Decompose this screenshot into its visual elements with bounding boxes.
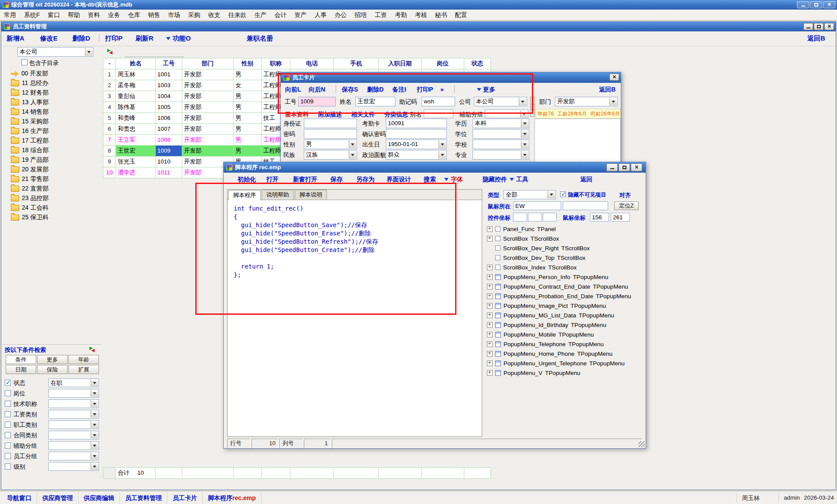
tree-item-department[interactable]: 25 保卫科: [5, 213, 102, 222]
expand-icon[interactable]: [487, 284, 493, 289]
expand-icon[interactable]: [487, 322, 493, 328]
taskbar-item[interactable]: 供应商管理: [37, 492, 78, 504]
menu-item[interactable]: 采购: [184, 10, 204, 20]
menu-item[interactable]: 生产: [251, 10, 271, 20]
filter-checkbox[interactable]: [5, 390, 11, 396]
tab-extra-description[interactable]: 附加描述: [318, 111, 342, 119]
filter-checkbox[interactable]: [5, 432, 11, 438]
dropdown-button[interactable]: [521, 119, 528, 127]
dropdown-button[interactable]: [439, 151, 446, 159]
save-button[interactable]: 保存: [330, 176, 343, 184]
id-card-input[interactable]: [304, 119, 357, 128]
column-header-gender[interactable]: 性别: [234, 58, 262, 69]
birth-date-select[interactable]: 1950-01-01: [386, 140, 447, 149]
filter-tab-extend[interactable]: 扩展: [68, 365, 99, 374]
emp-no-input[interactable]: 1009: [298, 97, 336, 106]
mnemonic-input[interactable]: wsh: [422, 97, 455, 106]
filter-checkbox[interactable]: [5, 463, 11, 470]
tab-help[interactable]: 说明帮助: [262, 190, 294, 200]
menu-item[interactable]: 考核: [411, 10, 431, 20]
dropdown-button[interactable]: [91, 432, 98, 439]
tree-item-department[interactable]: 15 采购部: [5, 117, 102, 126]
dropdown-button[interactable]: [91, 390, 98, 397]
resize-grip[interactable]: [639, 441, 645, 447]
filter-checkbox[interactable]: [5, 380, 11, 386]
menu-item[interactable]: 会计: [271, 10, 291, 20]
control-tree-item[interactable]: ScrollBox_Dev_Right TScrollBox: [486, 243, 644, 253]
control-tree-item[interactable]: PopupMenu_Contract_End_Date TPopupMenu: [486, 282, 644, 291]
dropdown-button[interactable]: [609, 98, 617, 106]
locate-button[interactable]: 定位Z: [614, 201, 639, 210]
company-select[interactable]: 本公司: [474, 97, 527, 106]
tree-item-department[interactable]: 12 财务部: [5, 88, 102, 98]
filter-dropdown[interactable]: [48, 431, 99, 439]
column-header-id[interactable]: 工号: [156, 58, 182, 69]
tree-item-department[interactable]: 13 人事部: [5, 98, 102, 107]
tab-classification[interactable]: 分类信息: [384, 111, 408, 119]
school-select[interactable]: [473, 140, 529, 149]
edit-button[interactable]: 修改E: [40, 34, 58, 43]
political-status-select[interactable]: 群众: [386, 150, 447, 160]
include-subfolder-checkbox[interactable]: [21, 59, 27, 65]
checkbox-icon[interactable]: [495, 255, 500, 260]
splitter-spin-control[interactable]: [530, 97, 535, 117]
menu-item[interactable]: 市场: [164, 10, 184, 20]
taskbar-item[interactable]: 员工卡片: [167, 492, 203, 504]
control-tree-item[interactable]: Panel_Func TPanel: [486, 224, 644, 234]
tree-item-department[interactable]: 20 发展部: [5, 165, 102, 174]
checkbox-icon[interactable]: [495, 245, 500, 251]
major-select[interactable]: [473, 150, 529, 160]
filter-dropdown[interactable]: [48, 399, 99, 408]
menu-item[interactable]: 帮助: [64, 10, 84, 20]
tab-script[interactable]: 脚本程序: [228, 190, 261, 200]
control-tree-item[interactable]: PopupMenu_Image_Pict TPopupMenu: [486, 301, 644, 310]
expand-icon[interactable]: [487, 361, 493, 366]
control-tree-item[interactable]: ScrollBox TScrollBox: [486, 234, 644, 243]
tree-item-department[interactable]: 11 总经办: [5, 78, 102, 88]
tree-item-department[interactable]: 22 直营部: [5, 184, 102, 194]
filter-tab-more[interactable]: 更多: [37, 355, 68, 364]
filter-checkbox[interactable]: [5, 443, 11, 449]
control-tree-item[interactable]: PopupMenu_Person_Info TPopupMenu: [486, 272, 644, 282]
checkbox-icon[interactable]: [495, 226, 500, 232]
more-button[interactable]: 更多: [483, 86, 495, 94]
tree-item-department[interactable]: 23 品控部: [5, 194, 102, 203]
control-tree-item[interactable]: PopupMenu_V TPopupMenu: [486, 368, 644, 378]
menu-item[interactable]: 配置: [451, 10, 471, 20]
degree-select[interactable]: [473, 129, 529, 139]
column-header-name[interactable]: 姓名: [116, 58, 156, 69]
restore-button[interactable]: [619, 163, 630, 171]
checkbox-icon[interactable]: [495, 265, 500, 270]
control-tree-item[interactable]: PopupMenu_Id_Birthday TPopupMenu: [486, 320, 644, 330]
expand-icon[interactable]: [487, 265, 493, 270]
tree-item-department[interactable]: 18 综合部: [5, 146, 102, 155]
init-button[interactable]: 初始化: [238, 176, 256, 184]
taskbar-item[interactable]: 供应商编辑: [78, 492, 120, 504]
filter-tab-date[interactable]: 日期: [6, 365, 36, 374]
mouse-over-input-2[interactable]: [563, 201, 608, 210]
control-y-input[interactable]: [528, 213, 542, 221]
next-button[interactable]: 向后N: [309, 86, 325, 94]
menu-item[interactable]: 往来款: [225, 10, 251, 20]
menu-item[interactable]: 仓库: [124, 10, 144, 20]
control-x-input[interactable]: [513, 213, 527, 221]
taskbar-item[interactable]: 导航窗口: [2, 492, 37, 504]
filter-tab-age[interactable]: 年龄: [68, 355, 99, 364]
dropdown-button[interactable]: [91, 379, 98, 386]
expand-icon[interactable]: [487, 332, 493, 337]
dropdown-button[interactable]: [521, 130, 528, 138]
print-button[interactable]: 打印P: [417, 86, 433, 94]
filter-toggle-icon[interactable]: [88, 347, 95, 352]
menu-item[interactable]: 办公: [331, 10, 351, 20]
dropdown-button[interactable]: [439, 140, 446, 148]
menu-item[interactable]: 考勤: [391, 10, 411, 20]
type-select[interactable]: 全部: [504, 190, 556, 199]
align-button[interactable]: 对齐: [619, 191, 631, 199]
filter-checkbox[interactable]: [5, 401, 11, 407]
dropdown-button[interactable]: [521, 151, 528, 159]
dropdown-button[interactable]: [521, 140, 528, 148]
menu-item[interactable]: 系统F: [20, 10, 44, 20]
roster-button[interactable]: 兼职名册: [247, 34, 273, 43]
menu-item[interactable]: 常用: [0, 10, 20, 20]
close-button[interactable]: [631, 163, 642, 171]
